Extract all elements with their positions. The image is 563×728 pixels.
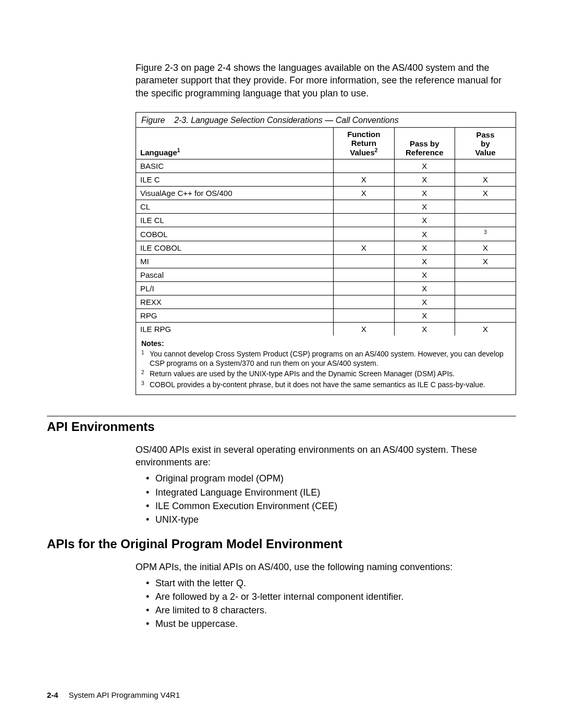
cell-pass-by-value: X bbox=[455, 254, 516, 268]
list-item: Original program model (OPM) bbox=[146, 472, 516, 485]
cell-function-return bbox=[334, 159, 394, 172]
cell-language: RPG bbox=[136, 309, 334, 322]
table-row: CLX bbox=[136, 200, 516, 213]
table-row: COBOLX3 bbox=[136, 227, 516, 241]
table-row: BASICX bbox=[136, 159, 516, 172]
cell-pass-by-reference: X bbox=[394, 322, 455, 336]
section-rule bbox=[47, 416, 516, 416]
caption-prefix: Figure bbox=[141, 116, 165, 125]
cell-function-return: X bbox=[334, 241, 394, 254]
table-row: ILE CXXX bbox=[136, 172, 516, 186]
language-table: Language1 Function Return Values2 Pass b… bbox=[136, 128, 516, 336]
cell-function-return bbox=[334, 254, 394, 268]
note-item: 2Return values are used by the UNIX-type… bbox=[141, 369, 510, 378]
doc-title: System API Programming V4R1 bbox=[69, 690, 180, 699]
note-number: 3 bbox=[141, 380, 146, 389]
frv-l1: Function bbox=[347, 130, 380, 139]
col-language-sup: 1 bbox=[177, 147, 180, 153]
cell-pass-by-value bbox=[455, 295, 516, 309]
cell-language: Pascal bbox=[136, 268, 334, 281]
table-notes: Notes: 1You cannot develop Cross System … bbox=[136, 336, 516, 394]
table-header-row: Language1 Function Return Values2 Pass b… bbox=[136, 128, 516, 159]
note-text: COBOL provides a by-content phrase, but … bbox=[150, 380, 510, 389]
list-item: Are limited to 8 characters. bbox=[146, 603, 516, 617]
cell-language: ILE CL bbox=[136, 213, 334, 227]
cell-language: ILE C bbox=[136, 172, 334, 186]
cell-pass-by-reference: X bbox=[394, 159, 455, 172]
list-item: Are followed by a 2- or 3-letter interna… bbox=[146, 590, 516, 603]
pbv-l1: Pass bbox=[476, 130, 494, 139]
table-caption: Figure 2-3. Language Selection Considera… bbox=[136, 113, 516, 128]
cell-function-return bbox=[334, 295, 394, 309]
cell-pass-by-reference: X bbox=[394, 213, 455, 227]
table-row: VisualAge C++ for OS/400XXX bbox=[136, 186, 516, 200]
table-row: PL/IX bbox=[136, 281, 516, 295]
env-paragraph: OS/400 APIs exist in several operating e… bbox=[136, 443, 516, 469]
pbv-l2: by bbox=[481, 139, 490, 148]
cell-pass-by-reference: X bbox=[394, 227, 455, 241]
col-language: Language1 bbox=[136, 128, 334, 159]
pbr-l2: Reference bbox=[406, 148, 444, 157]
page-footer: 2-4 System API Programming V4R1 bbox=[47, 690, 180, 699]
note-item: 3COBOL provides a by-content phrase, but… bbox=[141, 380, 510, 389]
cell-language: BASIC bbox=[136, 159, 334, 172]
cell-language: CL bbox=[136, 200, 334, 213]
cell-pass-by-value: X bbox=[455, 172, 516, 186]
col-language-label: Language bbox=[140, 148, 177, 157]
cell-pass-by-reference: X bbox=[394, 241, 455, 254]
col-pass-by-value: Pass by Value bbox=[455, 128, 516, 159]
cell-language: ILE COBOL bbox=[136, 241, 334, 254]
cell-function-return: X bbox=[334, 322, 394, 336]
env-bullet-list: Original program model (OPM)Integrated L… bbox=[146, 472, 516, 526]
opm-paragraph: OPM APIs, the initial APIs on AS/400, us… bbox=[136, 561, 516, 573]
cell-function-return bbox=[334, 227, 394, 241]
table-row: PascalX bbox=[136, 268, 516, 281]
table-row: REXXX bbox=[136, 295, 516, 309]
note-number: 1 bbox=[141, 349, 146, 368]
cell-pass-by-value bbox=[455, 309, 516, 322]
frv-l2: Return bbox=[351, 139, 376, 147]
table-row: ILE CLX bbox=[136, 213, 516, 227]
list-item: Integrated Language Environment (ILE) bbox=[146, 486, 516, 499]
note-item: 1You cannot develop Cross System Product… bbox=[141, 349, 510, 368]
notes-title: Notes: bbox=[141, 339, 510, 348]
note-number: 2 bbox=[141, 369, 146, 378]
cell-pass-by-value bbox=[455, 200, 516, 213]
cell-pass-by-reference: X bbox=[394, 268, 455, 281]
cell-language: COBOL bbox=[136, 227, 334, 241]
cell-pass-by-value bbox=[455, 268, 516, 281]
cell-pass-by-value: X bbox=[455, 186, 516, 200]
note-text: You cannot develop Cross System Product … bbox=[150, 349, 510, 368]
cell-pass-by-reference: X bbox=[394, 295, 455, 309]
list-item: ILE Common Execution Environment (CEE) bbox=[146, 499, 516, 513]
cell-language: VisualAge C++ for OS/400 bbox=[136, 186, 334, 200]
figure-table: Figure 2-3. Language Selection Considera… bbox=[136, 112, 516, 395]
cell-pass-by-value: 3 bbox=[455, 227, 516, 241]
intro-paragraph: Figure 2-3 on page 2-4 shows the languag… bbox=[136, 61, 516, 100]
cell-function-return bbox=[334, 309, 394, 322]
caption-text: 2-3. Language Selection Considerations —… bbox=[174, 116, 398, 125]
col-function-return-values: Function Return Values2 bbox=[334, 128, 394, 159]
cell-function-return bbox=[334, 281, 394, 295]
cell-language: REXX bbox=[136, 295, 334, 309]
cell-function-return: X bbox=[334, 186, 394, 200]
cell-language: MI bbox=[136, 254, 334, 268]
opm-bullet-list: Start with the letter Q.Are followed by … bbox=[146, 576, 516, 631]
col-pass-by-reference: Pass by Reference bbox=[394, 128, 455, 159]
table-row: ILE COBOLXXX bbox=[136, 241, 516, 254]
cell-function-return bbox=[334, 200, 394, 213]
cell-pass-by-value bbox=[455, 213, 516, 227]
cell-pass-by-reference: X bbox=[394, 200, 455, 213]
document-page: Figure 2-3 on page 2-4 shows the languag… bbox=[0, 0, 563, 728]
cell-pass-by-reference: X bbox=[394, 281, 455, 295]
heading-api-environments: API Environments bbox=[47, 419, 516, 434]
list-item: Start with the letter Q. bbox=[146, 576, 516, 590]
pbv-l3: Value bbox=[475, 148, 495, 157]
cell-function-return bbox=[334, 213, 394, 227]
table-row: RPGX bbox=[136, 309, 516, 322]
list-item: UNIX-type bbox=[146, 513, 516, 526]
table-row: MIXX bbox=[136, 254, 516, 268]
cell-pass-by-value: X bbox=[455, 241, 516, 254]
frv-sup: 2 bbox=[375, 147, 378, 153]
cell-pass-by-reference: X bbox=[394, 172, 455, 186]
